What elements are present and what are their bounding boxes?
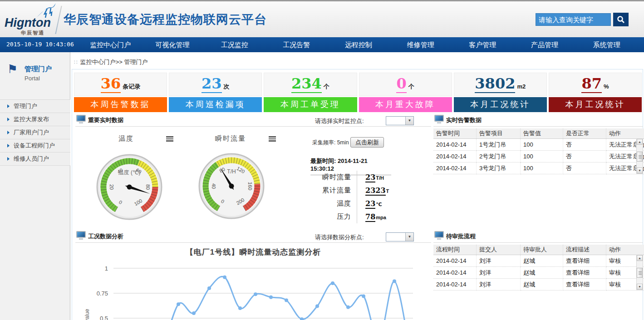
stat-unit: 个 xyxy=(324,83,329,90)
logo-text: Hignton xyxy=(5,16,51,30)
stat-card-0[interactable]: 36条记录 本周告警数据 xyxy=(74,73,167,112)
stat-card-4[interactable]: 3802m2 本月工况统计 xyxy=(454,73,547,112)
alarm-table-scrollbar[interactable]: ▲ ▼ xyxy=(636,138,643,174)
table-row[interactable]: 2014-02-143号龙门吊100否无法正常启动 xyxy=(433,162,644,174)
nav-item-监控中心门户[interactable]: 监控中心门户 xyxy=(79,37,142,52)
chevron-down-icon: ▼ xyxy=(405,233,413,241)
analysis-point-select[interactable]: ▼ xyxy=(386,232,414,241)
column-header: 动作 xyxy=(606,128,644,139)
company-logo: Hignton 华辰智通 xyxy=(4,4,60,36)
readout-label: 温度 xyxy=(302,199,351,208)
stat-card-3[interactable]: 0个 本月重大故障 xyxy=(359,73,452,112)
table-cell: 2014-02-14 xyxy=(433,151,477,162)
sidebar-item-维修人员门户[interactable]: 维修人员门户 xyxy=(0,152,70,166)
table-cell: 100 xyxy=(521,162,563,174)
monitor-icon xyxy=(434,231,444,238)
search-input[interactable] xyxy=(536,14,610,25)
nav-item-产品管理[interactable]: 产品管理 xyxy=(514,37,576,52)
gauge-menu-icon[interactable] xyxy=(269,136,276,142)
table-cell[interactable]: 查看详细 xyxy=(563,267,606,279)
divider xyxy=(357,210,357,223)
svg-text:value: value xyxy=(84,309,90,320)
nav-item-可视化管理[interactable]: 可视化管理 xyxy=(142,37,204,52)
table-cell[interactable]: 查看详细 xyxy=(563,255,606,267)
gauge-title-temperature: 温度 xyxy=(118,134,134,143)
section-header: 工况数据分析 请选择数据分析点: ▼ xyxy=(75,231,431,243)
table-cell: 2014-02-14 xyxy=(433,162,477,174)
logo-subtext: 华辰智通 xyxy=(21,30,44,36)
column-header: 告警值 xyxy=(521,128,563,139)
table-cell: 赵城 xyxy=(521,255,563,267)
table-cell: 刘洋 xyxy=(477,267,521,279)
breadcrumb-text: 监控中心门户>> 管理门户 xyxy=(80,59,148,65)
table-row[interactable]: 2014-02-14刘洋赵城查看详细审核 xyxy=(433,267,644,279)
table-row[interactable]: 2014-02-141号龙门吊100否无法正常启动 xyxy=(433,139,644,151)
stat-card-2[interactable]: 234个 本周工单受理 xyxy=(264,73,357,112)
section-header: 待审批流程 xyxy=(433,231,643,243)
scroll-thumb[interactable] xyxy=(637,152,643,162)
readout-value: 78 xyxy=(365,212,375,222)
arrow-right-icon xyxy=(7,144,10,148)
arrow-right-icon xyxy=(7,104,10,108)
gauge-menu-icon[interactable] xyxy=(166,136,173,142)
column-header: 动作 xyxy=(606,245,644,255)
sidebar-item-监控大屏发布[interactable]: 监控大屏发布 xyxy=(0,113,70,126)
nav-item-系统管理[interactable]: 系统管理 xyxy=(575,37,638,52)
table-cell[interactable]: 查看详细 xyxy=(563,279,606,290)
readout-label: 压力 xyxy=(302,212,351,221)
table-row[interactable]: 2014-02-142号龙门吊100否无法正常启动 xyxy=(433,151,644,162)
section-title: 重要实时数据 xyxy=(88,116,123,124)
nav-item-工况告警[interactable]: 工况告警 xyxy=(265,37,328,52)
readout-unit: mpa xyxy=(376,215,386,220)
table-cell: 刘洋 xyxy=(477,255,521,267)
table-row[interactable]: 2014-02-14刘洋赵城查看详细审核 xyxy=(433,279,644,290)
scroll-down-icon[interactable]: ▼ xyxy=(637,284,643,290)
svg-text:0.75: 0.75 xyxy=(97,290,108,297)
approval-table-scrollbar[interactable]: ▲ ▼ xyxy=(636,255,643,290)
table-cell: 否 xyxy=(563,139,606,151)
readout-value: 23 xyxy=(365,173,375,182)
readout-row: 温度 23℃ xyxy=(302,197,411,210)
scroll-thumb[interactable] xyxy=(637,268,643,278)
stat-card-5[interactable]: 87% 本月工况统计 xyxy=(549,73,642,112)
svg-text:T/H: T/H xyxy=(227,168,236,175)
table-cell: 赵城 xyxy=(521,267,563,279)
monitor-icon xyxy=(76,231,86,238)
column-header: 流程时间 xyxy=(433,245,477,255)
section-header: 重要实时数据 请选择实时监控点: ▼ xyxy=(75,114,431,127)
stat-label: 本月工况统计 xyxy=(549,97,642,112)
svg-text:1: 1 xyxy=(105,265,108,272)
breadcrumb-icon: ∷ xyxy=(74,59,78,65)
sidebar-item-设备工程师门户[interactable]: 设备工程师门户 xyxy=(0,139,70,152)
scroll-down-icon[interactable]: ▼ xyxy=(637,167,643,173)
readout-row: 压力 78mpa xyxy=(302,210,411,223)
arrow-right-icon xyxy=(7,131,10,134)
readout-unit: ℃ xyxy=(376,202,382,207)
search-button[interactable] xyxy=(613,13,629,26)
stat-cards: 36条记录 本周告警数据 23次 本周巡检漏项 234个 本周工单受理 0个 本… xyxy=(74,73,642,112)
nav-item-远程控制[interactable]: 远程控制 xyxy=(328,37,390,52)
table-row[interactable]: 2014-02-14刘洋赵城查看详细审核 xyxy=(433,255,644,267)
stat-card-1[interactable]: 23次 本周巡检漏项 xyxy=(169,73,262,112)
flag-icon: ⚑ xyxy=(7,63,18,75)
breadcrumb[interactable]: ∷监控中心门户>> 管理门户 xyxy=(74,58,147,66)
readout-row: 累计流量 2323T xyxy=(302,184,411,197)
svg-text:80: 80 xyxy=(145,184,151,190)
column-header: 待审批人 xyxy=(521,245,563,255)
scroll-up-icon[interactable]: ▲ xyxy=(637,139,643,145)
realtime-point-select[interactable]: ▼ xyxy=(386,116,414,125)
stat-value-area: 234个 xyxy=(264,73,357,96)
table-header-row: 告警时间告警项目告警值是否正常动作 xyxy=(433,128,644,139)
svg-text:40: 40 xyxy=(211,183,216,189)
nav-item-客户管理[interactable]: 客户管理 xyxy=(452,37,514,52)
sidebar-item-厂家用户门户[interactable]: 厂家用户门户 xyxy=(0,126,70,139)
scroll-up-icon[interactable]: ▲ xyxy=(637,255,643,261)
table-cell: 2014-02-14 xyxy=(433,255,477,267)
refresh-button[interactable]: 点击刷新 xyxy=(350,137,384,148)
table-cell: 刘洋 xyxy=(477,279,521,290)
column-header: 提交人 xyxy=(477,245,521,255)
nav-item-维修管理[interactable]: 维修管理 xyxy=(389,37,452,52)
svg-text:160: 160 xyxy=(247,182,253,190)
nav-item-工况监控[interactable]: 工况监控 xyxy=(203,37,265,52)
sidebar-item-管理门户[interactable]: 管理门户 xyxy=(0,99,70,113)
